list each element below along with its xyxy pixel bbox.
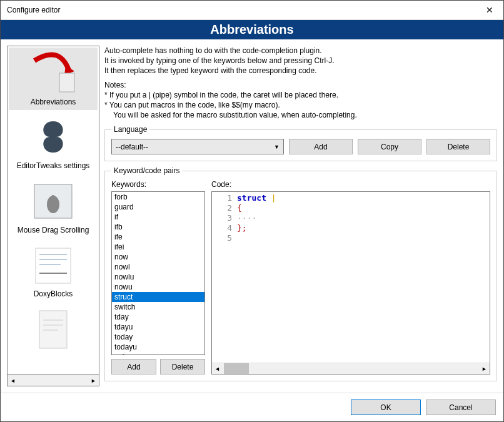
note-line: * You can put macros in the code, like $…	[104, 100, 497, 110]
line-number: 4	[212, 223, 237, 233]
svg-rect-5	[36, 248, 71, 283]
language-combobox[interactable]: --default-- ▼	[111, 139, 284, 154]
note-line: * If you put a | (pipe) symbol in the co…	[104, 90, 497, 100]
keyword-item[interactable]: tday	[112, 312, 204, 322]
scroll-left-icon[interactable]: ◄	[212, 363, 223, 374]
svg-point-4	[51, 195, 55, 199]
code-text: struct |	[237, 193, 276, 203]
code-line[interactable]: 2{	[212, 203, 490, 213]
line-number: 2	[212, 203, 237, 213]
page-banner: Abbreviations	[1, 20, 503, 39]
code-line[interactable]: 3····	[212, 213, 490, 223]
doxyblocks-icon	[28, 243, 78, 287]
code-line[interactable]: 5	[212, 233, 490, 243]
keyword-item[interactable]: nowl	[112, 262, 204, 272]
scroll-right-icon[interactable]: ►	[479, 363, 490, 374]
category-item-next[interactable]	[9, 304, 98, 358]
desc-line: It is invoked by typing one of the keywo…	[104, 56, 497, 66]
category-list[interactable]: AbbreviationsEditorTweaks settingsMouse …	[7, 46, 99, 375]
code-lines[interactable]: 1struct |2{3····4};5	[212, 192, 490, 363]
category-hscrollbar[interactable]: ◄ ►	[7, 375, 99, 386]
configure-editor-window: Configure editor ✕ Abbreviations Abbrevi…	[0, 0, 504, 422]
keyword-item[interactable]: guard	[112, 202, 204, 212]
scroll-left-icon[interactable]: ◄	[8, 375, 18, 386]
language-add-button[interactable]: Add	[289, 139, 353, 154]
dialog-body: AbbreviationsEditorTweaks settingsMouse …	[1, 39, 503, 393]
notes-header: Notes:	[104, 80, 497, 90]
language-delete-button[interactable]: Delete	[426, 139, 490, 154]
language-selected: --default--	[116, 143, 148, 151]
main-panel: Auto-complete has nothing to do with the…	[104, 46, 497, 386]
svg-rect-1	[59, 73, 74, 92]
category-label: DoxyBlocks	[34, 289, 73, 298]
line-number: 3	[212, 213, 237, 223]
code-text: ····	[237, 213, 256, 223]
code-line[interactable]: 4};	[212, 223, 490, 233]
ok-button[interactable]: OK	[351, 399, 421, 415]
desc-line: Auto-complete has nothing to do with the…	[104, 46, 497, 56]
language-copy-button[interactable]: Copy	[358, 139, 421, 154]
keywords-column: Keywords: forbguardififbifeifeinownowlno…	[111, 180, 205, 374]
page-icon	[28, 308, 78, 351]
keyword-delete-button[interactable]: Delete	[160, 359, 205, 374]
desc-line: It then replaces the typed keyword with …	[104, 66, 497, 76]
keyword-item[interactable]: tdayu	[112, 322, 204, 332]
keywords-listbox[interactable]: forbguardififbifeifeinownowlnowlunowustr…	[111, 191, 205, 355]
window-title: Configure editor	[7, 6, 60, 14]
pairs-group: Keyword/code pairs Keywords: forbguardif…	[104, 166, 497, 381]
window-close-button[interactable]: ✕	[475, 1, 503, 19]
keyword-code-pairs: Keyword/code pairs Keywords: forbguardif…	[104, 166, 497, 386]
keyword-item[interactable]: ife	[112, 232, 204, 242]
line-number: 5	[212, 233, 237, 243]
pairs-legend: Keyword/code pairs	[111, 166, 182, 175]
abbreviations-icon	[28, 51, 78, 95]
keywords-header: Keywords:	[111, 180, 205, 189]
dialog-footer: OK Cancel	[1, 393, 503, 421]
language-group: Language --default-- ▼ Add Copy Delete	[104, 125, 497, 161]
scroll-right-icon[interactable]: ►	[88, 375, 99, 386]
category-item-editortweaks[interactable]: EditorTweaks settings	[9, 111, 98, 174]
keyword-item[interactable]: ifei	[112, 242, 204, 252]
code-header: Code:	[211, 180, 490, 189]
category-label: Mouse Drag Scrolling	[18, 226, 89, 234]
keyword-item[interactable]: forb	[112, 192, 204, 202]
keyword-item[interactable]: switch	[112, 302, 204, 312]
titlebar: Configure editor ✕	[1, 1, 503, 20]
editortweaks-icon	[28, 115, 78, 159]
chevron-down-icon: ▼	[274, 144, 280, 150]
keyword-item[interactable]: nowlu	[112, 272, 204, 282]
svg-rect-10	[39, 311, 67, 348]
category-label: Abbreviations	[31, 98, 76, 106]
keyword-item[interactable]: todayu	[112, 342, 204, 352]
keyword-item[interactable]: struct	[112, 292, 204, 302]
code-column: Code: 1struct |2{3····4};5 ◄ ►	[211, 180, 490, 374]
keyword-item[interactable]: today	[112, 332, 204, 342]
category-item-doxyblocks[interactable]: DoxyBlocks	[9, 239, 98, 302]
keyword-item[interactable]: if	[112, 212, 204, 222]
language-legend: Language	[111, 125, 149, 134]
mousedrag-icon	[28, 179, 78, 223]
keyword-item[interactable]: nowu	[112, 282, 204, 292]
keyword-item[interactable]: wdu	[112, 352, 204, 355]
code-text: };	[237, 223, 247, 233]
keyword-item[interactable]: ifb	[112, 222, 204, 232]
description-text: Auto-complete has nothing to do with the…	[104, 46, 497, 120]
note-line: You will be asked for the macro substitu…	[104, 110, 497, 120]
category-panel: AbbreviationsEditorTweaks settingsMouse …	[7, 46, 99, 386]
category-label: EditorTweaks settings	[17, 161, 90, 170]
code-line[interactable]: 1struct |	[212, 193, 490, 203]
category-item-abbreviations[interactable]: Abbreviations	[9, 48, 98, 110]
cancel-button[interactable]: Cancel	[426, 399, 496, 415]
category-item-mousedrag[interactable]: Mouse Drag Scrolling	[9, 176, 98, 238]
scroll-thumb[interactable]	[224, 363, 249, 374]
code-editor[interactable]: 1struct |2{3····4};5 ◄ ►	[211, 191, 490, 374]
keyword-add-button[interactable]: Add	[111, 359, 156, 374]
keyword-item[interactable]: now	[112, 252, 204, 262]
line-number: 1	[212, 193, 237, 203]
code-text: {	[237, 203, 242, 213]
code-hscrollbar[interactable]: ◄ ►	[212, 363, 490, 374]
